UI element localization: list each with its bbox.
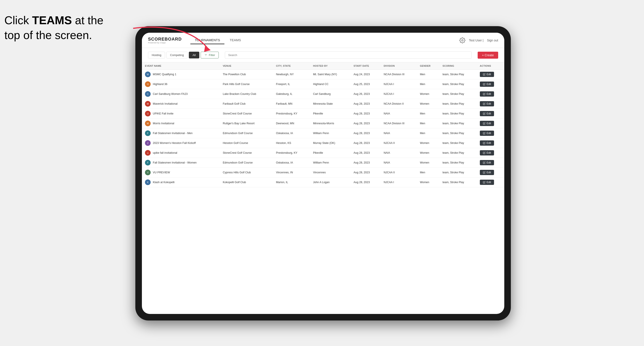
cell-venue-7: Hesston Golf Course [220, 138, 273, 148]
cell-hosted-10: Vincennes [310, 168, 350, 177]
search-input[interactable] [225, 51, 472, 59]
cell-event-4: U UPIKE Fall Invite [142, 109, 220, 119]
cell-date-0: Aug 24, 2023 [350, 70, 381, 79]
cell-actions-2: Edit [477, 89, 504, 99]
cell-scoring-8: team, Stroke Play [440, 148, 477, 158]
col-division: DIVISION [380, 62, 417, 70]
cell-division-11: NJCAA I [380, 177, 417, 187]
edit-icon-5 [483, 122, 486, 125]
event-icon-6: F [145, 130, 151, 136]
edit-icon-8 [483, 152, 486, 154]
cell-actions-11: Edit [477, 177, 504, 187]
event-name-5: Morris Invitational [153, 122, 174, 125]
cell-hosted-11: John A Logan [310, 177, 350, 187]
cell-hosted-9: William Penn [310, 158, 350, 168]
table-header-row: EVENT NAME VENUE CITY, STATE HOSTED BY S… [142, 62, 504, 70]
svg-marker-0 [204, 45, 211, 52]
edit-icon-3 [483, 102, 486, 105]
event-icon-8: u [145, 150, 151, 156]
cell-division-2: NJCAA I [380, 89, 417, 99]
cell-scoring-0: team, Stroke Play [440, 70, 477, 79]
cell-hosted-2: Carl Sandburg [310, 89, 350, 99]
cell-venue-0: The Powelton Club [220, 70, 273, 79]
cell-scoring-11: team, Stroke Play [440, 177, 477, 187]
table-row: F Fall Statesmen Invitational - Men Edmu… [142, 128, 504, 138]
settings-icon[interactable] [459, 37, 466, 43]
cell-date-5: Aug 28, 2023 [350, 119, 381, 128]
event-name-8: upike fall invitational [153, 151, 177, 154]
cell-event-11: K Klash at Kokopelli [142, 177, 220, 187]
cell-venue-10: Cypress Hills Golf Club [220, 168, 273, 177]
edit-button-1[interactable]: Edit [480, 82, 494, 87]
sign-out-link[interactable]: Sign out [487, 39, 498, 42]
cell-actions-3: Edit [477, 99, 504, 109]
cell-gender-10: Men [417, 168, 440, 177]
cell-date-6: Aug 28, 2023 [350, 128, 381, 138]
edit-button-6[interactable]: Edit [480, 131, 494, 136]
cell-city-10: Vincennes, IN [273, 168, 310, 177]
cell-event-6: F Fall Statesmen Invitational - Men [142, 128, 220, 138]
cell-venue-2: Lake Bracken Country Club [220, 89, 273, 99]
event-icon-4: U [145, 111, 151, 116]
col-event-name: EVENT NAME [142, 62, 220, 70]
cell-actions-1: Edit [477, 79, 504, 89]
edit-icon-0 [483, 73, 486, 76]
edit-button-2[interactable]: Edit [480, 91, 494, 97]
cell-scoring-6: team, Stroke Play [440, 128, 477, 138]
table-row: F Fall Statesmen Invitational - Women Ed… [142, 158, 504, 168]
cell-gender-5: Men [417, 119, 440, 128]
event-name-1: Highland 36 [153, 83, 168, 86]
cell-event-1: H Highland 36 [142, 79, 220, 89]
table-row: M Maverick Invitational Faribault Golf C… [142, 99, 504, 109]
edit-button-9[interactable]: Edit [480, 160, 494, 165]
edit-button-11[interactable]: Edit [480, 180, 494, 185]
cell-venue-9: Edmundson Golf Course [220, 158, 273, 168]
cell-division-6: NAIA [380, 128, 417, 138]
cell-division-4: NAIA [380, 109, 417, 119]
nav-teams[interactable]: TEAMS [225, 36, 245, 44]
table-row: M MSMC Qualifying 1 The Powelton Club Ne… [142, 70, 504, 79]
edit-icon-7 [483, 142, 486, 144]
cell-event-9: F Fall Statesmen Invitational - Women [142, 158, 220, 168]
cell-gender-3: Women [417, 99, 440, 109]
svg-point-1 [462, 39, 463, 41]
cell-division-10: NJCAA II [380, 168, 417, 177]
cell-division-5: NCAA Division III [380, 119, 417, 128]
cell-division-3: NCAA Division II [380, 99, 417, 109]
cell-city-9: Oskaloosa, IA [273, 158, 310, 168]
cell-city-8: Prestonsburg, KY [273, 148, 310, 158]
cell-scoring-1: team, Stroke Play [440, 79, 477, 89]
table-row: M Morris Invitational Ruttger's Bay Lake… [142, 119, 504, 128]
nav-right: Test User | Sign out [459, 37, 498, 43]
edit-button-7[interactable]: Edit [480, 140, 494, 146]
edit-icon-4 [483, 112, 486, 115]
col-city-state: CITY, STATE [273, 62, 310, 70]
cell-hosted-3: Minnesota State [310, 99, 350, 109]
edit-button-10[interactable]: Edit [480, 170, 494, 175]
tablet-screen: SCOREBOARD Powered by Clippi TOURNAMENTS… [142, 33, 504, 314]
event-icon-3: M [145, 101, 151, 107]
cell-scoring-5: team, Stroke Play [440, 119, 477, 128]
cell-date-3: Aug 28, 2023 [350, 99, 381, 109]
cell-event-10: V VU PREVIEW [142, 168, 220, 177]
cell-scoring-2: team, Stroke Play [440, 89, 477, 99]
create-button[interactable]: + Create [478, 52, 498, 59]
edit-button-8[interactable]: Edit [480, 150, 494, 156]
event-icon-7: 2 [145, 140, 151, 146]
edit-button-3[interactable]: Edit [480, 101, 494, 106]
cell-gender-4: Men [417, 109, 440, 119]
tablet-frame: SCOREBOARD Powered by Clippi TOURNAMENTS… [135, 26, 511, 321]
cell-actions-8: Edit [477, 148, 504, 158]
cell-date-11: Aug 28, 2023 [350, 177, 381, 187]
edit-button-4[interactable]: Edit [480, 111, 494, 116]
edit-button-0[interactable]: Edit [480, 72, 494, 77]
edit-button-5[interactable]: Edit [480, 121, 494, 126]
event-name-10: VU PREVIEW [153, 171, 170, 174]
cell-hosted-8: Pikeville [310, 148, 350, 158]
cell-division-0: NCAA Division III [380, 70, 417, 79]
cell-city-3: Faribault, MN [273, 99, 310, 109]
cell-hosted-1: Highland CC [310, 79, 350, 89]
col-scoring: SCORING [440, 62, 477, 70]
cell-scoring-9: team, Stroke Play [440, 158, 477, 168]
event-icon-0: M [145, 71, 151, 77]
